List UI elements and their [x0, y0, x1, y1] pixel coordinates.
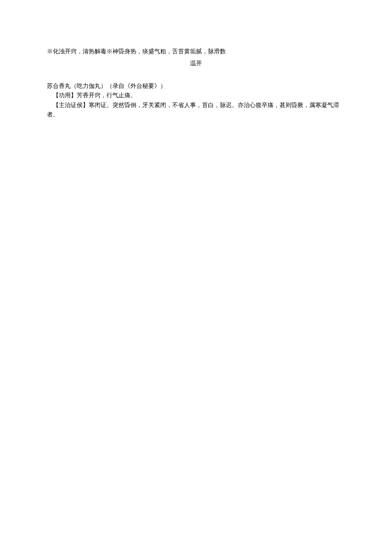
document-page: ※化浊开窍，清热解毒※神昏身热，痰盛气粗，舌苔黄垢腻，脉滑数 温开 苏合香丸（吃…: [0, 0, 392, 119]
formula-title: 苏合香丸（吃力伽丸）（录自《外台秘要》）: [47, 81, 345, 91]
section-heading-warm-open: 温开: [47, 59, 345, 68]
summary-line: ※化浊开窍，清热解毒※神昏身热，痰盛气粗，舌苔黄垢腻，脉滑数: [47, 47, 345, 56]
formula-section: 苏合香丸（吃力伽丸）（录自《外台秘要》） 【功用】芳香开窍，行气止痛。 【主治证…: [47, 81, 345, 120]
formula-function: 【功用】芳香开窍，行气止痛。: [47, 91, 345, 100]
formula-indication: 【主治证侯】寒闭证。突然昏倒，牙关紧闭，不省人事，苔白，脉迟。亦治心腹卒痛，甚则…: [47, 101, 345, 120]
